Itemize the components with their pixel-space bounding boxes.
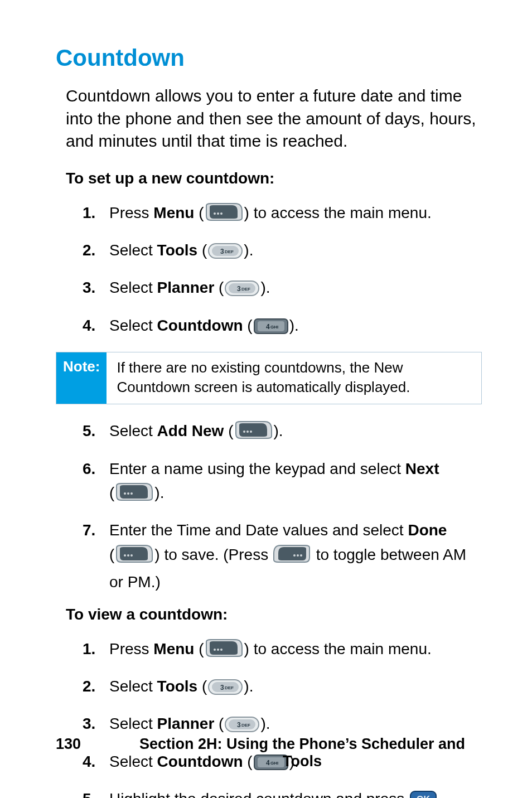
menu-softkey-icon bbox=[235, 422, 273, 446]
key-3-def-icon bbox=[208, 241, 243, 265]
text: Press bbox=[109, 204, 153, 221]
step-number: 4. bbox=[83, 313, 95, 337]
text: Enter a name using the keypad and select bbox=[109, 460, 405, 477]
list-item: 2. Select Tools (). bbox=[83, 238, 476, 265]
text: Select bbox=[109, 241, 157, 259]
page-number: 130 bbox=[56, 736, 123, 770]
text: Select bbox=[109, 279, 157, 296]
intro-text: Countdown allows you to enter a future d… bbox=[56, 85, 482, 153]
text: . bbox=[438, 790, 442, 798]
step-text: Enter the Time and Date values and selec… bbox=[109, 521, 466, 591]
paren-open: ( bbox=[109, 484, 114, 501]
text: Select bbox=[109, 678, 157, 695]
list-item: 1. Press Menu () to access the main menu… bbox=[83, 637, 476, 664]
menu-softkey-icon bbox=[115, 545, 153, 570]
bold-planner: Planner bbox=[157, 715, 215, 732]
list-item: 5. Highlight the desired countdown and p… bbox=[83, 787, 476, 798]
text: Select bbox=[109, 422, 157, 439]
page-footer: 130 Section 2H: Using the Phone’s Schedu… bbox=[56, 736, 482, 770]
steps-setup-list-cont: 5. Select Add New (). 6. Enter a name us… bbox=[56, 419, 482, 594]
paren-open: ( bbox=[214, 279, 224, 296]
text: Select bbox=[109, 715, 157, 732]
menu-softkey-icon bbox=[115, 483, 153, 508]
paren-open: ( bbox=[109, 546, 114, 563]
text: Select bbox=[109, 317, 157, 334]
text: ). bbox=[244, 241, 253, 259]
key-4-ghi-icon bbox=[254, 317, 288, 341]
note-label: Note: bbox=[56, 352, 107, 404]
step-number: 6. bbox=[83, 457, 95, 481]
steps-setup-list: 1. Press Menu () to access the main menu… bbox=[56, 201, 482, 341]
menu-softkey-icon bbox=[205, 204, 243, 228]
list-item: 6. Enter a name using the keypad and sel… bbox=[83, 457, 476, 509]
key-3-def-icon bbox=[225, 279, 259, 303]
note-content: If there are no existing countdowns, the… bbox=[107, 352, 481, 404]
subhead-setup: To set up a new countdown: bbox=[56, 170, 482, 187]
ok-button-icon bbox=[410, 790, 437, 798]
step-number: 2. bbox=[83, 674, 95, 698]
step-text: Select Tools (). bbox=[109, 241, 253, 259]
step-text: Enter a name using the keypad and select… bbox=[109, 460, 439, 501]
text: ). bbox=[154, 484, 164, 501]
bold-menu: Menu bbox=[153, 204, 194, 221]
text: ). bbox=[244, 678, 253, 695]
text: ) to access the main menu. bbox=[244, 640, 432, 657]
text: ) to access the main menu. bbox=[244, 204, 432, 221]
list-item: 1. Press Menu () to access the main menu… bbox=[83, 201, 476, 228]
bold-next: Next bbox=[405, 460, 439, 477]
text: ) bbox=[154, 546, 159, 563]
step-text: Press Menu () to access the main menu. bbox=[109, 640, 432, 657]
step-text: Select Tools (). bbox=[109, 678, 253, 695]
bold-tools: Tools bbox=[157, 678, 198, 695]
text: ). bbox=[260, 715, 270, 732]
paren-open: ( bbox=[194, 640, 204, 657]
steps-view-list: 1. Press Menu () to access the main menu… bbox=[56, 637, 482, 798]
text: ). bbox=[260, 279, 270, 296]
step-text: Highlight the desired countdown and pres… bbox=[109, 790, 442, 798]
bold-menu: Menu bbox=[153, 640, 194, 657]
paren-open: ( bbox=[214, 715, 224, 732]
right-softkey-icon bbox=[274, 545, 311, 570]
text: ). bbox=[289, 317, 299, 334]
step-number: 7. bbox=[83, 518, 95, 542]
bold-planner: Planner bbox=[157, 279, 215, 296]
note-box: Note: If there are no existing countdown… bbox=[56, 352, 482, 404]
step-text: Select Countdown (). bbox=[109, 317, 299, 334]
step-number: 1. bbox=[83, 637, 95, 661]
bold-add-new: Add New bbox=[157, 422, 224, 439]
list-item: 5. Select Add New (). bbox=[83, 419, 476, 446]
subhead-view: To view a countdown: bbox=[56, 606, 482, 623]
bold-tools: Tools bbox=[157, 241, 198, 259]
paren-open: ( bbox=[197, 678, 207, 695]
text: to save. (Press bbox=[164, 546, 273, 563]
list-item: 4. Select Countdown (). bbox=[83, 313, 476, 341]
list-item: 3. Select Planner (). bbox=[83, 275, 476, 303]
step-text: Press Menu () to access the main menu. bbox=[109, 204, 432, 221]
text: Highlight the desired countdown and pres… bbox=[109, 790, 409, 798]
step-number: 2. bbox=[83, 238, 95, 262]
step-number: 3. bbox=[83, 712, 95, 736]
text: Press bbox=[109, 640, 153, 657]
step-text: Select Planner (). bbox=[109, 715, 270, 732]
bold-countdown: Countdown bbox=[157, 317, 243, 334]
step-text: Select Add New (). bbox=[109, 422, 283, 439]
step-number: 5. bbox=[83, 419, 95, 443]
step-number: 1. bbox=[83, 201, 95, 225]
paren-open: ( bbox=[194, 204, 204, 221]
section-title: Section 2H: Using the Phone’s Scheduler … bbox=[123, 736, 482, 770]
paren-open: ( bbox=[224, 422, 233, 439]
text: ). bbox=[274, 422, 283, 439]
step-number: 5. bbox=[83, 787, 95, 798]
bold-done: Done bbox=[408, 521, 447, 539]
list-item: 7. Enter the Time and Date values and se… bbox=[83, 518, 476, 594]
text: Enter the Time and Date values and selec… bbox=[109, 521, 408, 539]
paren-open: ( bbox=[197, 241, 207, 259]
key-3-def-icon bbox=[208, 678, 243, 702]
list-item: 2. Select Tools (). bbox=[83, 674, 476, 702]
paren-open: ( bbox=[243, 317, 253, 334]
manual-page: Countdown Countdown allows you to enter … bbox=[0, 0, 532, 798]
heading-countdown: Countdown bbox=[56, 45, 482, 71]
menu-softkey-icon bbox=[205, 640, 243, 664]
step-number: 3. bbox=[83, 275, 95, 299]
step-text: Select Planner (). bbox=[109, 279, 270, 296]
